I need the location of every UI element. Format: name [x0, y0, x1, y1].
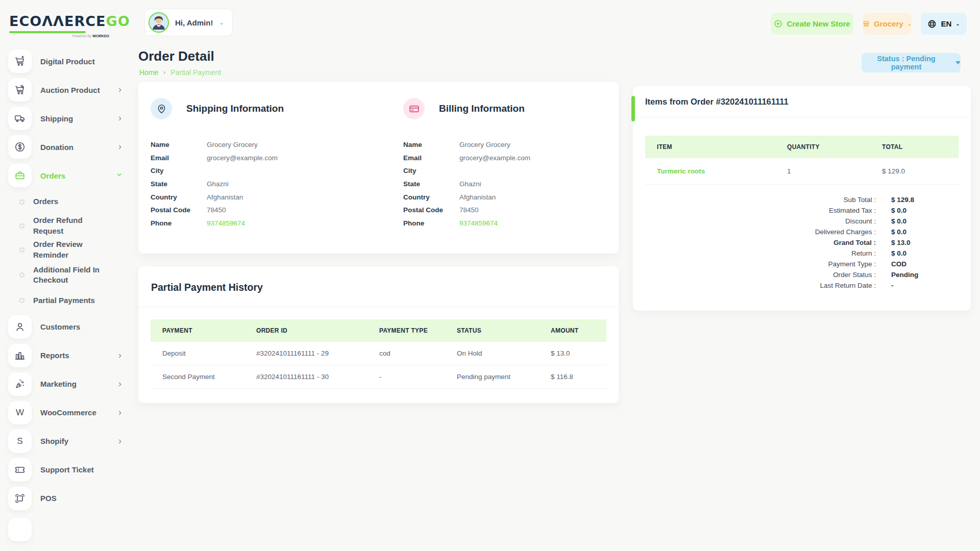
order-items-card: Items from Order #320241011161111 ITEM Q…	[633, 86, 971, 311]
summary-row: Order Status :Pending	[633, 271, 959, 282]
field-row: City	[403, 167, 619, 180]
shopify-letter: S	[17, 436, 22, 446]
sidebar-item-label: Customers	[40, 322, 80, 331]
submenu-item-label: Additional Field In Checkout	[33, 265, 105, 286]
dollar-circle-icon	[8, 135, 32, 159]
submenu-item-partial-payments[interactable]: Partial Payments	[0, 289, 134, 313]
column-header-status: STATUS	[445, 319, 539, 342]
summary-row: Sub Total :$ 129.8	[633, 196, 959, 207]
create-new-store-label: Create New Store	[787, 19, 850, 28]
chevron-down-icon: ⌄	[219, 19, 224, 26]
summary-row: Last Return Date :-	[633, 282, 959, 292]
woocommerce-icon: W	[8, 401, 32, 424]
create-new-store-button[interactable]: Create New Store	[771, 13, 853, 35]
table-row: Second Payment #320241011161111 - 30 - P…	[151, 365, 606, 389]
sidebar-item-label: POS	[40, 494, 57, 503]
field-row: StateGhazni	[151, 180, 378, 193]
bullet-icon	[19, 247, 24, 253]
sidebar-item-shopify[interactable]: S Shopify	[0, 427, 134, 456]
submenu-item-label: Orders	[33, 196, 105, 207]
chevron-down-icon	[955, 61, 961, 64]
column-header-quantity: QUANTITY	[775, 136, 870, 158]
field-row: Phone9374859674	[403, 219, 619, 233]
summary-row: Payment Type :COD	[633, 260, 959, 271]
store-selector-button[interactable]: Grocery ⌄	[863, 13, 912, 35]
orders-submenu: Orders Order Refund Request Order Review…	[0, 190, 134, 313]
ticket-icon	[8, 458, 32, 482]
item-link[interactable]: Turmeric roots	[657, 167, 705, 175]
bullet-icon	[19, 272, 24, 278]
sidebar-item-customers[interactable]: Customers	[0, 313, 134, 341]
chevron-right-icon	[118, 141, 121, 151]
shipping-billing-card: Shipping Information NameGrocery Grocery…	[138, 82, 619, 254]
brand-name: ECOΛΛERCEGO	[9, 13, 117, 29]
sidebar-item-donation[interactable]: Donation	[0, 133, 134, 161]
sidebar-item-auction-product[interactable]: Auction Product	[0, 76, 134, 104]
sidebar-item-label: Orders	[40, 171, 65, 180]
brand-name-accent: GO	[106, 13, 130, 29]
sidebar-item-label: Digital Product	[40, 57, 95, 66]
sidebar-item-pos[interactable]: POS	[0, 484, 134, 513]
summary-row: Discount :$ 0.0	[633, 217, 959, 228]
storefront-icon	[863, 19, 870, 28]
submenu-item-order-refund-request[interactable]: Order Refund Request	[0, 214, 134, 238]
column-header-order-id: ORDER ID	[244, 319, 368, 342]
field-row: NameGrocery Grocery	[403, 141, 619, 154]
column-header-payment: PAYMENT	[151, 319, 244, 342]
field-row: Postal Code78450	[151, 206, 378, 219]
field-row: Emailgrocery@example.com	[403, 154, 619, 167]
submenu-item-label: Order Review Reminder	[33, 239, 105, 260]
brand-name-primary: ECOΛΛERCE	[9, 13, 106, 29]
user-icon	[8, 315, 32, 339]
sidebar-item-shipping[interactable]: Shipping	[0, 104, 134, 133]
sidebar-item-woocommerce[interactable]: W WooCommerce	[0, 398, 134, 427]
chevron-down-icon	[115, 173, 125, 176]
sidebar-item-label: Shopify	[40, 437, 68, 445]
party-popper-icon	[8, 372, 32, 396]
sidebar-item-marketing[interactable]: Marketing	[0, 370, 134, 398]
chevron-right-icon	[118, 349, 121, 359]
submenu-item-order-review-reminder[interactable]: Order Review Reminder	[0, 238, 134, 262]
field-row: Emailgrocery@example.com	[151, 154, 378, 167]
globe-icon	[927, 19, 937, 29]
avatar	[149, 12, 169, 33]
sidebar-item-orders[interactable]: Orders	[0, 161, 134, 190]
sidebar-item-label: Auction Product	[40, 86, 100, 94]
next-nav-item-partial-icon	[8, 518, 32, 541]
sidebar-item-label: Marketing	[40, 380, 77, 388]
sidebar-item-label: Support Ticket	[40, 465, 94, 474]
bar-chart-icon	[8, 344, 32, 367]
breadcrumb: Home › Partial Payment	[139, 68, 221, 77]
page-title: Order Detail	[138, 48, 214, 64]
column-header-amount: AMOUNT	[539, 319, 606, 342]
woocommerce-letter: W	[16, 408, 24, 418]
admin-profile-menu[interactable]: Hi, Admin! ⌄	[144, 9, 233, 36]
bullet-icon	[19, 199, 24, 205]
submenu-item-label: Partial Payments	[33, 295, 105, 306]
field-row: CountryAfghanistan	[151, 193, 378, 207]
submenu-item-orders[interactable]: Orders	[0, 190, 134, 214]
sidebar-item-digital-product[interactable]: Digital Product	[0, 47, 134, 76]
column-header-payment-type: PAYMENT TYPE	[368, 319, 445, 342]
breadcrumb-home-link[interactable]: Home	[139, 68, 158, 77]
sidebar-item-reports[interactable]: Reports	[0, 341, 134, 370]
summary-row: Return :$ 0.0	[633, 249, 959, 260]
billing-phone-link[interactable]: 9374859674	[459, 219, 498, 227]
column-header-total: TOTAL	[870, 136, 959, 158]
sidebar-item-label: Donation	[40, 143, 74, 152]
order-status-dropdown[interactable]: Status : Pending payment	[862, 53, 961, 72]
submenu-item-additional-field-in-checkout[interactable]: Additional Field In Checkout	[0, 262, 134, 289]
breadcrumb-current: Partial Payment	[170, 68, 221, 77]
billing-info-section: Billing Information NameGrocery Grocery …	[391, 82, 619, 233]
pos-icon	[8, 487, 32, 510]
shopify-icon: S	[8, 430, 32, 453]
green-accent-bar	[631, 96, 635, 121]
briefcase-icon	[8, 164, 32, 187]
language-selector-button[interactable]: EN ⌄	[921, 13, 967, 35]
shipping-phone-link[interactable]: 9374859674	[207, 219, 245, 227]
truck-icon	[8, 107, 32, 130]
table-row: Deposit #320241011161111 - 29 cod On Hol…	[151, 342, 606, 365]
logo-underline	[9, 31, 86, 33]
sidebar-item-support-ticket[interactable]: Support Ticket	[0, 456, 134, 484]
brand-logo[interactable]: ECOΛΛERCEGO Powered By WORKDO	[0, 0, 117, 38]
